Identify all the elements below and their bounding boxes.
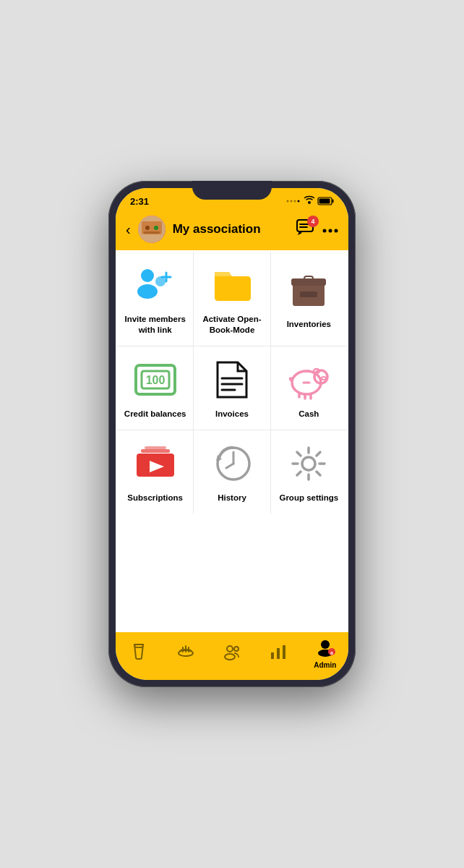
group-settings-icon <box>290 445 327 482</box>
svg-point-0 <box>287 200 289 203</box>
more-icon <box>322 229 338 233</box>
open-book-icon <box>212 266 252 304</box>
invoices-icon <box>215 359 249 400</box>
nav-item-drinks[interactable] <box>121 643 157 664</box>
svg-text:100: 100 <box>145 374 165 386</box>
grid-item-group-settings[interactable]: Group settings <box>271 430 347 514</box>
inventories-icon <box>290 271 327 309</box>
history-icon-container <box>210 442 254 485</box>
svg-text:a: a <box>330 650 333 655</box>
svg-point-9 <box>145 226 150 230</box>
food-icon <box>177 643 194 664</box>
group-settings-label: Group settings <box>279 493 338 503</box>
phone-frame: 2:31 <box>108 181 356 687</box>
drink-icon <box>131 643 147 664</box>
admin-label: Admin <box>314 661 336 669</box>
grid-item-invite-members[interactable]: Invite members with link <box>117 252 193 346</box>
wifi-icon <box>304 197 315 205</box>
svg-point-51 <box>302 457 315 470</box>
nav-item-food[interactable] <box>168 643 204 664</box>
status-time: 2:31 <box>130 196 149 207</box>
svg-rect-25 <box>291 278 326 286</box>
svg-point-61 <box>134 644 143 647</box>
stats-icon <box>270 644 287 663</box>
nav-item-stats[interactable] <box>260 644 296 663</box>
svg-point-66 <box>227 646 233 652</box>
grid-item-subscriptions[interactable]: Subscriptions <box>117 430 193 514</box>
status-icons <box>286 197 334 205</box>
grid-item-open-book[interactable]: Activate Open-Book-Mode <box>194 252 270 346</box>
inventories-label: Inventories <box>287 319 331 330</box>
openbook-icon-container <box>210 263 254 307</box>
subscriptions-label: Subscriptions <box>127 493 183 503</box>
credit-balances-icon: 100 <box>134 364 176 396</box>
svg-line-49 <box>226 464 233 468</box>
content-area: Invite members with link Activate Open-B… <box>116 250 348 632</box>
nav-item-admin[interactable]: a Admin <box>307 637 343 669</box>
credit-icon-container: 100 <box>134 358 177 401</box>
svg-line-56 <box>297 452 301 456</box>
invite-members-label: Invite members with link <box>123 314 187 336</box>
svg-rect-44 <box>141 449 170 453</box>
grid-item-invoices[interactable]: Invoices <box>194 346 270 430</box>
cash-icon <box>288 362 330 397</box>
svg-point-10 <box>154 226 158 230</box>
svg-line-59 <box>297 472 301 475</box>
svg-point-68 <box>234 647 239 651</box>
svg-point-19 <box>137 284 158 299</box>
grid-item-cash[interactable]: Cash <box>271 346 347 430</box>
header-actions: 4 <box>296 219 338 239</box>
svg-rect-70 <box>277 648 280 659</box>
notch <box>192 181 272 200</box>
svg-point-17 <box>335 229 338 233</box>
settings-icon-container <box>287 442 330 485</box>
subscriptions-icon-container <box>134 442 177 485</box>
svg-line-57 <box>317 472 320 475</box>
bottom-navigation: a Admin <box>116 632 348 680</box>
notification-button[interactable]: 4 <box>296 219 315 239</box>
svg-rect-69 <box>271 652 274 659</box>
history-label: History <box>218 493 246 503</box>
svg-rect-6 <box>319 199 330 204</box>
more-button[interactable] <box>322 223 338 236</box>
svg-point-18 <box>141 269 154 282</box>
grid-item-credit-balances[interactable]: 100 Credit balances <box>117 346 193 430</box>
grid-item-history[interactable]: History <box>194 430 270 514</box>
avatar[interactable] <box>138 216 166 243</box>
history-icon <box>213 445 251 482</box>
invoices-icon-container <box>210 358 254 401</box>
header: ‹ My association <box>116 211 348 250</box>
svg-point-72 <box>321 640 330 649</box>
header-title: My association <box>173 222 289 237</box>
battery-icon <box>318 197 334 205</box>
signal-icon <box>286 197 301 205</box>
svg-point-23 <box>155 276 166 286</box>
svg-rect-45 <box>145 446 166 449</box>
svg-point-1 <box>291 200 293 203</box>
notification-badge: 4 <box>307 216 319 227</box>
svg-point-67 <box>225 654 235 660</box>
svg-rect-26 <box>300 292 317 297</box>
admin-icon: a <box>316 637 335 660</box>
svg-point-2 <box>294 200 296 203</box>
svg-rect-71 <box>283 645 285 659</box>
svg-rect-11 <box>144 231 160 234</box>
cash-icon-container <box>287 358 330 401</box>
cash-label: Cash <box>298 409 319 420</box>
svg-point-3 <box>298 200 300 203</box>
back-button[interactable]: ‹ <box>126 221 131 238</box>
menu-grid: Invite members with link Activate Open-B… <box>117 252 347 514</box>
svg-point-16 <box>329 229 332 233</box>
svg-point-15 <box>323 229 327 233</box>
grid-item-inventories[interactable]: Inventories <box>271 252 347 346</box>
phone-screen: 2:31 <box>116 188 348 680</box>
invite-icon-container <box>134 263 177 307</box>
invite-members-icon <box>134 267 176 303</box>
credit-balances-label: Credit balances <box>124 409 186 420</box>
inventories-icon-container <box>287 268 330 312</box>
svg-rect-5 <box>332 200 334 203</box>
invoices-label: Invoices <box>215 409 249 420</box>
subscriptions-icon <box>135 446 176 481</box>
svg-line-58 <box>317 452 320 456</box>
nav-item-members[interactable] <box>214 644 250 663</box>
